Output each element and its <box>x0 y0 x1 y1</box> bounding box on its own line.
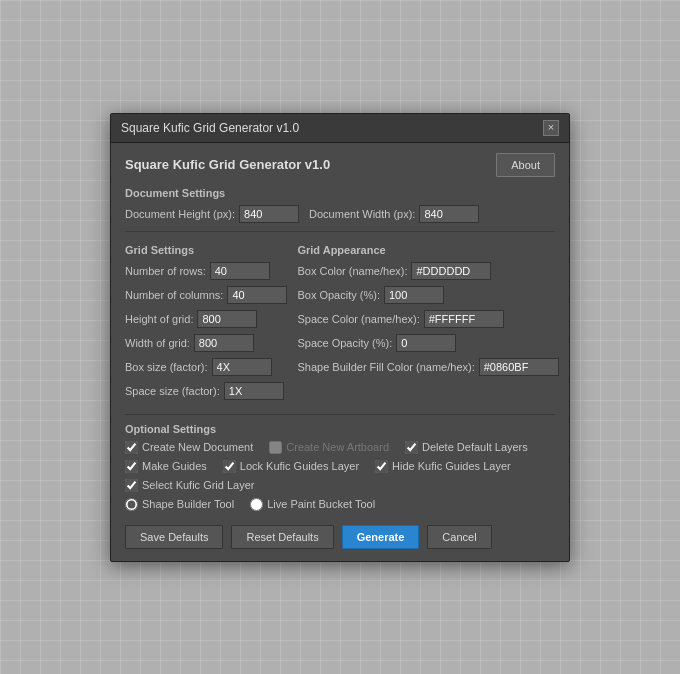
grid-height-label: Height of grid: <box>125 313 193 325</box>
num-rows-input[interactable] <box>210 262 270 280</box>
grid-appearance-label: Grid Appearance <box>297 244 558 256</box>
box-size-row: Box size (factor): <box>125 358 287 376</box>
optional-settings: Optional Settings Create New Document Cr… <box>125 423 555 511</box>
grid-settings-col: Grid Settings Number of rows: Number of … <box>125 240 287 406</box>
select-kufic-grid-checkbox-item[interactable]: Select Kufic Grid Layer <box>125 479 255 492</box>
save-defaults-button[interactable]: Save Defaults <box>125 525 223 549</box>
main-window: Square Kufic Grid Generator v1.0 × Squar… <box>110 113 570 562</box>
box-color-input[interactable] <box>411 262 491 280</box>
header-row: Square Kufic Grid Generator v1.0 About <box>125 153 555 177</box>
hide-kufic-guides-checkbox[interactable] <box>375 460 388 473</box>
create-new-artboard-checkbox[interactable] <box>269 441 282 454</box>
num-cols-label: Number of columns: <box>125 289 223 301</box>
grid-height-input[interactable] <box>197 310 257 328</box>
doc-height-label: Document Height (px): <box>125 208 235 220</box>
space-size-label: Space size (factor): <box>125 385 220 397</box>
grid-width-label: Width of grid: <box>125 337 190 349</box>
delete-default-layers-checkbox[interactable] <box>405 441 418 454</box>
shape-builder-radio[interactable] <box>125 498 138 511</box>
grid-appearance-col: Grid Appearance Box Color (name/hex): Bo… <box>297 240 558 406</box>
doc-width-label: Document Width (px): <box>309 208 415 220</box>
generate-button[interactable]: Generate <box>342 525 420 549</box>
space-opacity-label: Space Opacity (%): <box>297 337 392 349</box>
cancel-button[interactable]: Cancel <box>427 525 491 549</box>
grid-settings-label: Grid Settings <box>125 244 287 256</box>
title-bar-text: Square Kufic Grid Generator v1.0 <box>121 121 299 135</box>
checkbox-row-1: Create New Document Create New Artboard … <box>125 441 555 454</box>
dialog-content: Square Kufic Grid Generator v1.0 About D… <box>111 143 569 561</box>
document-settings-row: Document Height (px): Document Width (px… <box>125 205 555 223</box>
hide-kufic-guides-checkbox-item[interactable]: Hide Kufic Guides Layer <box>375 460 511 473</box>
space-opacity-row: Space Opacity (%): <box>297 334 558 352</box>
create-new-doc-label: Create New Document <box>142 441 253 453</box>
box-opacity-row: Box Opacity (%): <box>297 286 558 304</box>
make-guides-checkbox[interactable] <box>125 460 138 473</box>
delete-default-layers-label: Delete Default Layers <box>422 441 528 453</box>
checkbox-row-2: Make Guides Lock Kufic Guides Layer Hide… <box>125 460 555 473</box>
shape-builder-radio-item[interactable]: Shape Builder Tool <box>125 498 234 511</box>
optional-settings-label: Optional Settings <box>125 423 555 435</box>
panel-title: Square Kufic Grid Generator v1.0 <box>125 157 330 172</box>
checkbox-row-3: Select Kufic Grid Layer <box>125 479 555 492</box>
create-new-doc-checkbox[interactable] <box>125 441 138 454</box>
num-rows-label: Number of rows: <box>125 265 206 277</box>
select-kufic-grid-checkbox[interactable] <box>125 479 138 492</box>
live-paint-radio[interactable] <box>250 498 263 511</box>
title-bar: Square Kufic Grid Generator v1.0 × <box>111 114 569 143</box>
make-guides-label: Make Guides <box>142 460 207 472</box>
space-size-input[interactable] <box>224 382 284 400</box>
num-cols-row: Number of columns: <box>125 286 287 304</box>
num-rows-row: Number of rows: <box>125 262 287 280</box>
num-cols-input[interactable] <box>227 286 287 304</box>
reset-defaults-button[interactable]: Reset Defaults <box>231 525 333 549</box>
doc-height-input[interactable] <box>239 205 299 223</box>
fill-color-label: Shape Builder Fill Color (name/hex): <box>297 361 474 373</box>
lock-kufic-guides-checkbox-item[interactable]: Lock Kufic Guides Layer <box>223 460 359 473</box>
create-new-artboard-label: Create New Artboard <box>286 441 389 453</box>
grid-width-input[interactable] <box>194 334 254 352</box>
document-settings-label: Document Settings <box>125 187 555 199</box>
lock-kufic-guides-checkbox[interactable] <box>223 460 236 473</box>
fill-color-input[interactable] <box>479 358 559 376</box>
box-size-label: Box size (factor): <box>125 361 208 373</box>
close-button[interactable]: × <box>543 120 559 136</box>
radio-row: Shape Builder Tool Live Paint Bucket Too… <box>125 498 555 511</box>
doc-width-input[interactable] <box>419 205 479 223</box>
hide-kufic-guides-label: Hide Kufic Guides Layer <box>392 460 511 472</box>
button-row: Save Defaults Reset Defaults Generate Ca… <box>125 525 555 549</box>
lock-kufic-guides-label: Lock Kufic Guides Layer <box>240 460 359 472</box>
grid-width-row: Width of grid: <box>125 334 287 352</box>
shape-builder-label: Shape Builder Tool <box>142 498 234 510</box>
grid-columns: Grid Settings Number of rows: Number of … <box>125 240 555 406</box>
space-color-input[interactable] <box>424 310 504 328</box>
live-paint-label: Live Paint Bucket Tool <box>267 498 375 510</box>
select-kufic-grid-label: Select Kufic Grid Layer <box>142 479 255 491</box>
about-button[interactable]: About <box>496 153 555 177</box>
create-new-artboard-checkbox-item[interactable]: Create New Artboard <box>269 441 389 454</box>
live-paint-radio-item[interactable]: Live Paint Bucket Tool <box>250 498 375 511</box>
space-color-row: Space Color (name/hex): <box>297 310 558 328</box>
create-new-doc-checkbox-item[interactable]: Create New Document <box>125 441 253 454</box>
box-opacity-label: Box Opacity (%): <box>297 289 380 301</box>
space-size-row: Space size (factor): <box>125 382 287 400</box>
grid-height-row: Height of grid: <box>125 310 287 328</box>
box-color-label: Box Color (name/hex): <box>297 265 407 277</box>
make-guides-checkbox-item[interactable]: Make Guides <box>125 460 207 473</box>
space-color-label: Space Color (name/hex): <box>297 313 419 325</box>
box-size-input[interactable] <box>212 358 272 376</box>
delete-default-layers-checkbox-item[interactable]: Delete Default Layers <box>405 441 528 454</box>
box-opacity-input[interactable] <box>384 286 444 304</box>
space-opacity-input[interactable] <box>396 334 456 352</box>
box-color-row: Box Color (name/hex): <box>297 262 558 280</box>
fill-color-row: Shape Builder Fill Color (name/hex): <box>297 358 558 376</box>
